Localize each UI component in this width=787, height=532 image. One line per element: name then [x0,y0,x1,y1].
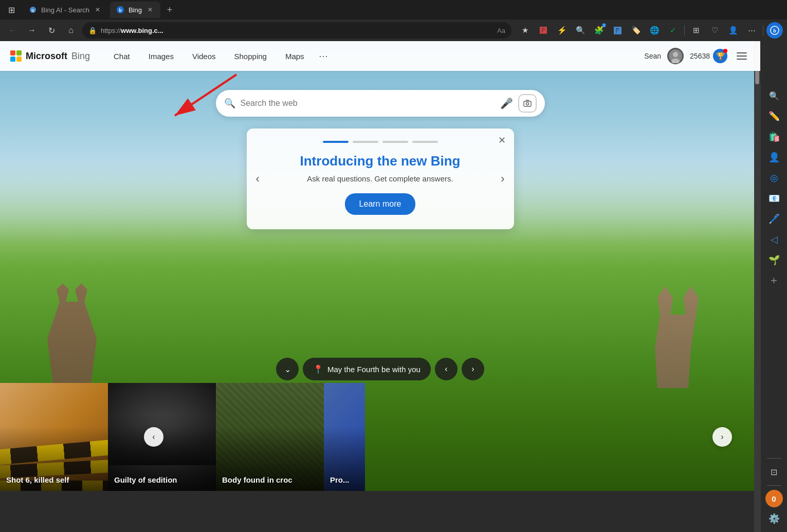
user-avatar[interactable] [667,48,684,64]
bottom-bar: ⌄ 📍 May the Fourth be with you ‹ › [0,358,760,380]
bing-chat-sidebar-icon[interactable]: b [766,22,783,39]
card-prev-button[interactable]: ‹ [252,168,264,190]
favorites-icon[interactable]: ★ [517,22,533,39]
search-container: 🔍 🎤 [216,90,545,117]
user-name: Sean [644,52,661,60]
intro-card-subtitle: Ask real questions. Get complete answers… [267,174,493,183]
nav-more-button[interactable]: ⋯ [315,48,332,64]
shopping-nav-item[interactable]: Shopping [226,50,275,63]
address-bar[interactable]: 🔒 https://www.bing.c... Aa [82,22,511,39]
back-button[interactable]: ← [4,22,21,39]
location-pin-icon: 📍 [313,364,323,374]
tab-favicon-ai: B [29,6,37,14]
notification-dot [723,49,727,53]
tab-bing[interactable]: b Bing ✕ [110,2,160,18]
learn-more-button[interactable]: Learn more [345,193,416,215]
ellipsis-icon[interactable]: ⋯ [743,22,760,39]
address-bar-row: ← → ↻ ⌂ 🔒 https://www.bing.c... Aa ★ 🅿 ⚡… [0,20,787,41]
shield-icon[interactable]: ✓ [665,22,681,39]
news-card-4-label: Pro... [324,469,365,491]
card-close-button[interactable]: ✕ [498,135,506,146]
camera-search-icon[interactable] [518,94,537,113]
toolbar-icons: ★ 🅿 ⚡ 🔍 🧩 2 🅿 🏷️ 🌐 ✓ ⊞ ♡ 👤 ⋯ b [517,22,783,39]
sidebar-toggle-button[interactable]: ⊞ [4,3,19,17]
forward-button[interactable]: → [24,22,40,39]
mic-icon[interactable]: 🎤 [500,97,513,109]
points-value: 25638 [690,52,710,60]
images-nav-item[interactable]: Images [140,50,182,63]
logo-square-red [10,50,15,56]
lock-icon: 🔒 [88,27,97,34]
sidebar-layout-icon[interactable]: ⊡ [765,463,783,481]
tab-close-bing[interactable]: ✕ [146,6,154,14]
news-strip-next-arrow[interactable]: › [712,427,732,447]
tab-grid-icon[interactable]: ⊞ [688,22,704,39]
toolbar-divider [684,25,685,35]
refresh-button[interactable]: ↻ [43,22,60,39]
logo-square-green [16,50,22,56]
sidebar-counter-badge[interactable]: 0 [765,490,783,507]
sidebar-add-icon[interactable]: + [765,271,783,290]
sidebar-edit-icon[interactable]: ✏️ [765,107,783,125]
news-card-2-label: Guilty of sedition [108,469,216,491]
progress-dot-2 [353,141,378,143]
svg-point-12 [526,103,528,105]
chat-nav-item[interactable]: Chat [105,50,138,63]
trophy-icon[interactable]: 🏆 [713,49,727,63]
favorites-bar-icon[interactable]: ♡ [706,22,723,39]
hamburger-line [737,52,747,53]
sidebar-profile-icon[interactable]: 👤 [765,148,783,167]
toolbar-divider-2 [763,25,763,35]
svg-text:b: b [773,28,776,33]
coupon-icon[interactable]: 🏷️ [628,22,644,39]
bing-logo[interactable]: Microsoft Bing [10,50,90,62]
logo-square-blue [10,57,15,62]
sidebar-discover-icon[interactable]: ◎ [765,169,783,187]
expand-button[interactable]: ⌄ [276,358,299,380]
bing-header-right: Sean 25638 🏆 [644,48,750,64]
news-card-3[interactable]: Body found in croc [216,383,324,491]
videos-nav-item[interactable]: Videos [184,50,224,63]
right-sidebar: 🔍 ✏️ 🛍️ 👤 ◎ 📧 🖊️ ◁ 🌱 + ⊡ 0 ⚙️ [760,82,787,532]
home-button[interactable]: ⌂ [63,22,79,39]
profile-icon[interactable]: 🅿 [609,22,626,39]
news-card-3-label: Body found in croc [216,469,324,491]
puzzle-icon[interactable]: 🧩 2 [591,22,607,39]
location-pill[interactable]: 📍 May the Fourth be with you [303,358,431,380]
news-card-1[interactable]: Shot 6, killed self [0,383,108,491]
tab-label-bing: Bing [129,6,142,14]
logo-square-yellow [16,57,22,62]
card-next-button[interactable]: › [497,168,508,190]
maps-nav-item[interactable]: Maps [277,50,313,63]
sidebar-divider [767,458,781,458]
sidebar-outlook-icon[interactable]: 📧 [765,189,783,208]
new-tab-button[interactable]: + [162,3,177,17]
address-url: https://www.bing.c... [101,27,163,34]
tab-bar: ⊞ B Bing AI - Search ✕ b Bing ✕ + [0,0,787,20]
bing-header: Microsoft Bing Chat Images Videos Shoppi… [0,41,760,71]
search-input[interactable] [241,99,495,108]
piracy-icon[interactable]: 🅿 [535,22,552,39]
sidebar-shopping-icon[interactable]: 🛍️ [765,127,783,146]
lightning-icon[interactable]: ⚡ [554,22,570,39]
external-icon[interactable]: 🌐 [646,22,663,39]
intro-card-title: Introducing the new Bing [267,153,493,169]
sidebar-growth-icon[interactable]: 🌱 [765,251,783,269]
search-icon[interactable]: 🔍 [572,22,589,39]
sidebar-share-icon[interactable]: ◁ [765,230,783,249]
tab-bing-ai[interactable]: B Bing AI - Search ✕ [23,2,108,18]
svg-text:b: b [119,8,122,13]
tab-close-ai[interactable]: ✕ [94,6,102,14]
search-icon: 🔍 [224,98,235,109]
news-prev-button[interactable]: ‹ [435,358,457,380]
news-card-4[interactable]: Pro... [324,383,365,491]
sidebar-settings-icon[interactable]: ⚙️ [765,509,783,528]
hamburger-menu[interactable] [734,48,750,64]
sidebar-notes-icon[interactable]: 🖊️ [765,210,783,228]
sidebar-search-icon[interactable]: 🔍 [765,86,783,105]
news-next-button[interactable]: › [462,358,484,380]
progress-dot-4 [412,141,438,143]
user-profile-icon[interactable]: 👤 [725,22,741,39]
location-text: May the Fourth be with you [327,365,420,374]
news-strip-prev-arrow[interactable]: ‹ [144,427,163,447]
